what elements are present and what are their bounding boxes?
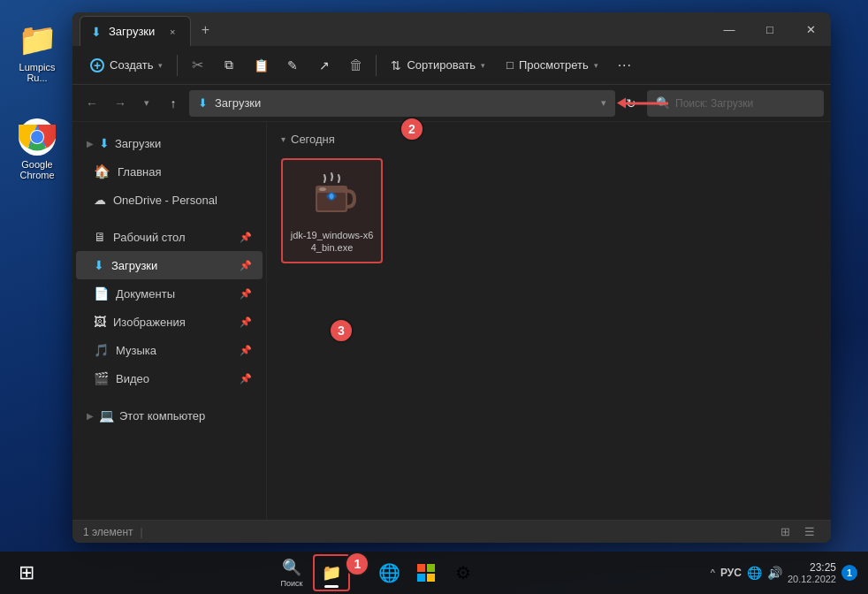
sidebar-desktop-label: Рабочий стол (113, 231, 186, 244)
create-chevron: ▾ (158, 61, 163, 70)
sidebar-item-video[interactable]: 🎬 Видео 📌 (76, 364, 263, 392)
svg-rect-7 (417, 564, 425, 572)
desktop-icon-chrome[interactable]: Google Chrome (7, 115, 67, 184)
nav-forward-btn[interactable]: → (108, 91, 133, 116)
search-taskbar-label: Поиск (280, 579, 302, 588)
files-grid: jdk-19_windows-x64_bin.exe (281, 158, 817, 263)
notification-badge[interactable]: 1 (841, 565, 857, 581)
grid-view-btn[interactable]: ⊞ (774, 523, 796, 541)
nav-back-btn[interactable]: ← (80, 91, 104, 116)
create-plus-icon: + (90, 58, 104, 72)
file-icon-jdk (304, 167, 361, 224)
create-label: Создать (110, 58, 153, 72)
sidebar: ▶ ⬇ Загрузки 🏠 Главная ☁ OneDrive - Pers… (72, 122, 267, 520)
sidebar-item-home[interactable]: 🏠 Главная (76, 157, 263, 186)
onedrive-icon: ☁ (94, 193, 106, 207)
search-icon: 🔍 (656, 96, 670, 110)
window-controls: — □ ✕ (709, 15, 831, 43)
taskbar-edge-btn[interactable]: 🌐 (371, 554, 407, 591)
images-icon: 🖼 (94, 315, 106, 329)
svg-point-3 (31, 131, 43, 143)
sidebar-video-label: Видео (116, 372, 149, 385)
chrome-icon (19, 118, 56, 156)
taskbar-date: 20.12.2022 (788, 574, 836, 584)
refresh-btn[interactable]: ↻ (619, 91, 643, 116)
sidebar-item-downloads-active[interactable]: ⬇ Загрузки 📌 (76, 251, 263, 279)
sidebar-item-downloads-top[interactable]: ▶ ⬇ Загрузки (76, 129, 263, 157)
rename-btn[interactable]: ✎ (278, 52, 307, 79)
taskbar: ⊞ 🔍 Поиск 📁 1 🌐 ⚙ (0, 552, 868, 594)
taskbar-store-btn[interactable] (408, 554, 444, 591)
pin-icon-images: 📌 (240, 316, 252, 328)
desktop-icon-label: Lumpics Ru... (11, 62, 64, 83)
pin-icon-desktop: 📌 (240, 232, 252, 243)
toolbar-sep-1 (177, 55, 178, 76)
address-bar[interactable]: ⬇ Загрузки ▾ (189, 90, 615, 117)
tab-close-btn[interactable]: × (165, 25, 179, 39)
nav-recent-btn[interactable]: ▾ (136, 91, 157, 116)
view-btn[interactable]: □ Просмотреть ▾ (498, 52, 607, 79)
copy-btn[interactable]: ⧉ (215, 52, 243, 79)
close-btn[interactable]: ✕ (790, 15, 831, 43)
create-btn[interactable]: + Создать ▾ (81, 52, 171, 79)
sidebar-item-this-pc[interactable]: ▶ 💻 Этот компьютер (76, 401, 263, 430)
desktop-icon-lumpics[interactable]: 📁 Lumpics Ru... (7, 18, 67, 87)
home-icon: 🏠 (94, 164, 110, 179)
sort-chevron: ▾ (481, 61, 485, 70)
taskbar-search-btn[interactable]: 🔍 Поиск (271, 554, 311, 591)
music-icon: 🎵 (94, 343, 109, 357)
toolbar-sep-2 (376, 55, 377, 76)
start-btn[interactable]: ⊞ (11, 557, 42, 589)
sidebar-item-desktop[interactable]: 🖥 Рабочий стол 📌 (76, 223, 263, 251)
expand-chevron-pc: ▶ (87, 411, 94, 421)
sidebar-item-images[interactable]: 🖼 Изображения 📌 (76, 308, 263, 336)
sidebar-sep-2 (72, 392, 266, 401)
taskbar-time: 23:25 (788, 561, 836, 574)
sidebar-downloads-label: Загрузки (111, 259, 157, 272)
search-placeholder: Поиск: Загрузки (675, 97, 753, 110)
sidebar-this-pc-label: Этот компьютер (119, 409, 205, 423)
maximize-btn[interactable]: □ (750, 15, 790, 43)
file-item-jdk[interactable]: jdk-19_windows-x64_bin.exe (281, 158, 383, 263)
downloads-icon: ⬇ (94, 258, 104, 272)
settings-icon: ⚙ (455, 562, 471, 583)
nav-up-btn[interactable]: ↑ (161, 91, 186, 116)
new-tab-btn[interactable]: + (193, 18, 217, 42)
paste-btn[interactable]: 📋 (247, 52, 275, 79)
minimize-btn[interactable]: — (709, 15, 750, 43)
sidebar-sep-1 (72, 214, 266, 223)
more-btn[interactable]: ··· (611, 52, 639, 79)
view-chevron: ▾ (594, 61, 598, 70)
svg-rect-10 (427, 574, 435, 582)
taskbar-network-icon[interactable]: 🌐 (747, 566, 762, 580)
taskbar-center: 🔍 Поиск 📁 1 🌐 ⚙ (42, 554, 711, 591)
sidebar-item-documents[interactable]: 📄 Документы 📌 (76, 279, 263, 308)
annotation-badge-2: 2 (400, 117, 424, 141)
svg-rect-8 (427, 564, 435, 572)
section-header: ▾ Сегодня (281, 133, 817, 146)
sidebar-item-music[interactable]: 🎵 Музыка 📌 (76, 336, 263, 364)
address-path-text: Загрузки (215, 96, 594, 110)
sort-btn[interactable]: ⇅ Сортировать ▾ (382, 52, 494, 79)
cut-btn[interactable]: ✂ (183, 52, 211, 79)
taskbar-arrow-btn[interactable]: ^ (711, 567, 715, 578)
search-taskbar-icon: 🔍 (282, 558, 301, 577)
active-tab[interactable]: ⬇ Загрузки × (80, 16, 191, 46)
taskbar-settings-btn[interactable]: ⚙ (445, 554, 481, 591)
toolbar: + Создать ▾ ✂ ⧉ 📋 ✎ ↗ 🗑 ⇅ Сортировать ▾ … (72, 46, 831, 85)
taskbar-sound-icon[interactable]: 🔊 (767, 566, 782, 580)
edge-icon: 🌐 (378, 562, 400, 583)
tab-title: Загрузки (109, 25, 155, 38)
sidebar-images-label: Изображения (113, 316, 186, 329)
share-btn[interactable]: ↗ (310, 52, 339, 79)
section-chevron: ▾ (281, 134, 286, 144)
file-explorer-window: ⬇ Загрузки × + — □ ✕ + Создать ▾ ✂ ⧉ 📋 ✎… (72, 12, 831, 543)
sidebar-onedrive-label: OneDrive - Personal (113, 194, 217, 207)
chrome-label: Google Chrome (11, 159, 64, 180)
sidebar-item-onedrive[interactable]: ☁ OneDrive - Personal (76, 186, 263, 214)
delete-btn[interactable]: 🗑 (342, 52, 370, 79)
list-view-btn[interactable]: ☰ (799, 523, 820, 541)
search-box[interactable]: 🔍 Поиск: Загрузки (647, 90, 824, 117)
svg-point-6 (319, 187, 326, 191)
taskbar-time-date[interactable]: 23:25 20.12.2022 (788, 561, 836, 584)
